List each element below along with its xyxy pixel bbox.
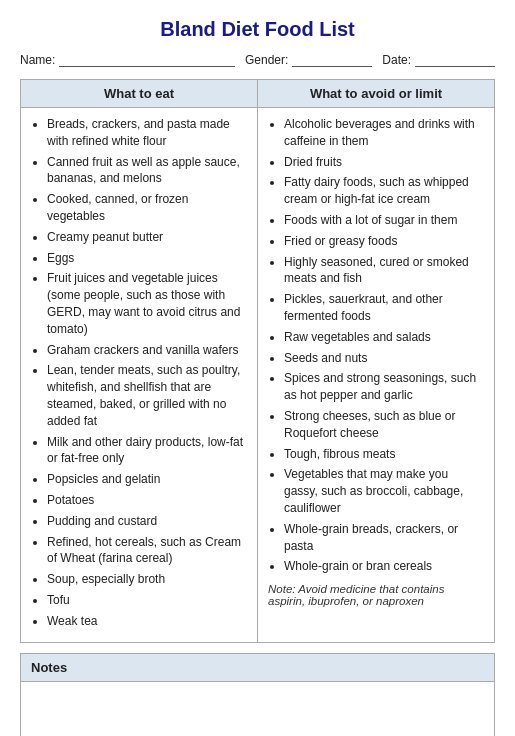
- avoid-list-item: Foods with a lot of sugar in them: [284, 212, 484, 229]
- avoid-list-item: Raw vegetables and salads: [284, 329, 484, 346]
- eat-list-item: Soup, especially broth: [47, 571, 247, 588]
- eat-list-item: Cooked, canned, or frozen vegetables: [47, 191, 247, 225]
- eat-list-item: Potatoes: [47, 492, 247, 509]
- date-label: Date:: [382, 53, 411, 67]
- eat-list-item: Breads, crackers, and pasta made with re…: [47, 116, 247, 150]
- avoid-list-item: Whole-grain breads, crackers, or pasta: [284, 521, 484, 555]
- food-list-table: What to eat What to avoid or limit Bread…: [20, 79, 495, 643]
- avoid-list-item: Fatty dairy foods, such as whipped cream…: [284, 174, 484, 208]
- gender-underline[interactable]: [292, 53, 372, 67]
- notes-body[interactable]: [21, 682, 494, 736]
- avoid-list-item: Vegetables that may make you gassy, such…: [284, 466, 484, 516]
- avoid-list-item: Dried fruits: [284, 154, 484, 171]
- date-underline[interactable]: [415, 53, 495, 67]
- eat-list-item: Milk and other dairy products, low-fat o…: [47, 434, 247, 468]
- notes-header: Notes: [21, 654, 494, 682]
- eat-list-item: Fruit juices and vegetable juices (some …: [47, 270, 247, 337]
- eat-list-item: Creamy peanut butter: [47, 229, 247, 246]
- eat-column-cell: Breads, crackers, and pasta made with re…: [21, 108, 258, 643]
- avoid-list-item: Seeds and nuts: [284, 350, 484, 367]
- avoid-note: Note: Avoid medicine that contains aspir…: [268, 583, 484, 607]
- gender-label: Gender:: [245, 53, 288, 67]
- eat-list-item: Popsicles and gelatin: [47, 471, 247, 488]
- avoid-list-item: Highly seasoned, cured or smoked meats a…: [284, 254, 484, 288]
- patient-info-row: Name: Gender: Date:: [20, 53, 495, 67]
- eat-list-item: Tofu: [47, 592, 247, 609]
- name-label: Name:: [20, 53, 55, 67]
- avoid-list-item: Strong cheeses, such as blue or Roquefor…: [284, 408, 484, 442]
- avoid-list-item: Tough, fibrous meats: [284, 446, 484, 463]
- avoid-list-item: Pickles, sauerkraut, and other fermented…: [284, 291, 484, 325]
- eat-list-item: Refined, hot cereals, such as Cream of W…: [47, 534, 247, 568]
- avoid-list: Alcoholic beverages and drinks with caff…: [268, 116, 484, 575]
- eat-list-item: Canned fruit as well as apple sauce, ban…: [47, 154, 247, 188]
- eat-list-item: Eggs: [47, 250, 247, 267]
- eat-list-item: Lean, tender meats, such as poultry, whi…: [47, 362, 247, 429]
- avoid-list-item: Alcoholic beverages and drinks with caff…: [284, 116, 484, 150]
- eat-column-header: What to eat: [21, 80, 258, 108]
- eat-list-item: Weak tea: [47, 613, 247, 630]
- avoid-list-item: Spices and strong seasonings, such as ho…: [284, 370, 484, 404]
- avoid-column-cell: Alcoholic beverages and drinks with caff…: [258, 108, 495, 643]
- name-underline[interactable]: [59, 53, 235, 67]
- avoid-list-item: Whole-grain or bran cereals: [284, 558, 484, 575]
- eat-list: Breads, crackers, and pasta made with re…: [31, 116, 247, 630]
- eat-list-item: Pudding and custard: [47, 513, 247, 530]
- notes-section: Notes: [20, 653, 495, 736]
- page-title: Bland Diet Food List: [20, 18, 495, 41]
- avoid-column-header: What to avoid or limit: [258, 80, 495, 108]
- eat-list-item: Graham crackers and vanilla wafers: [47, 342, 247, 359]
- avoid-list-item: Fried or greasy foods: [284, 233, 484, 250]
